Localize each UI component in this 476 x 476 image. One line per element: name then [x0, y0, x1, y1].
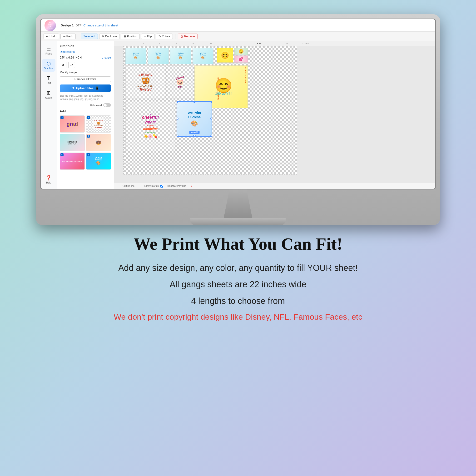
panel-title: Graphics: [60, 44, 111, 48]
duplicate-button[interactable]: ⧉ Duplicate: [99, 34, 119, 39]
canvas-sticker-pig[interactable]: pig pig 🐷 oink: [167, 66, 193, 99]
thumb-badge-5: 5: [60, 153, 64, 156]
position-button[interactable]: ⊞ Position: [121, 34, 140, 39]
list-item[interactable]: 5 100 DAYS BE SCHOOL: [60, 153, 85, 170]
icon-row: ↺ ↩: [60, 62, 111, 68]
graphics-icon: ⬡: [47, 61, 51, 67]
bottom-text-section: We Print What You Can Fit! Add any size …: [95, 225, 381, 331]
canvas-sticker[interactable]: We PrintU Press 🎨: [125, 48, 146, 64]
canvas-sticker[interactable]: We PrintU Press 🎨: [148, 48, 169, 64]
monitor-stand: [40, 189, 436, 225]
change-link[interactable]: Change: [102, 56, 111, 59]
sidebar-item-help[interactable]: ❓ Help: [42, 173, 55, 186]
list-item[interactable]: 2 grad: [60, 116, 85, 133]
resize-handle-br[interactable]: [210, 135, 212, 136]
redo-button[interactable]: ↪ Redo: [60, 34, 76, 39]
main-layout: ☰ Filters ⬡ Graphics T Text ⊞: [41, 41, 435, 189]
hide-used-label: Hide used: [90, 104, 102, 107]
thumb-inner-5: 100 DAYS BE SCHOOL: [60, 153, 85, 170]
list-item[interactable]: 1 a lil' salty 🥨 a whole lotta Twisted: [86, 116, 111, 133]
body-line-1: Add any size design, any color, any quan…: [114, 261, 362, 275]
help-footer-icon: ❓: [190, 185, 193, 187]
toolbar-divider-2: [175, 34, 175, 39]
thumb-badge-2: 1: [87, 116, 90, 119]
canvas-sticker[interactable]: We PrintU Press 🎨: [192, 48, 214, 64]
copyright-notice: We don't print copyright designs like Di…: [114, 310, 362, 324]
autofill-button[interactable]: Autofill: [189, 131, 200, 134]
thumb-inner-4: 🍩: [86, 134, 111, 151]
position-icon: ⊞: [123, 35, 126, 38]
thumbnail-grid: 2 grad 1 a lil' salty 🥨: [60, 116, 111, 170]
duplicate-icon: ⧉: [102, 35, 104, 38]
design-sheet[interactable]: We PrintU Press 🎨 We PrintU Press 🎨: [123, 46, 297, 174]
thumb-inner-2: a lil' salty 🥨 a whole lotta Twisted: [86, 116, 111, 132]
icon-sidebar: ☰ Filters ⬡ Graphics T Text ⊞: [41, 41, 57, 189]
sidebar-item-graphics[interactable]: ⬡ Graphics: [42, 59, 55, 72]
sidebar-item-autofill[interactable]: ⊞ Autofill: [42, 88, 55, 101]
sidebar-item-text[interactable]: T Text: [42, 73, 55, 86]
resize-handle-tr[interactable]: [210, 101, 212, 103]
monitor-screen: WePrintUPress Design 1 DTF Change size o…: [40, 18, 436, 189]
safety-margin-icon: [138, 186, 143, 187]
thumb-inner-6: We PrintU Press 🎨: [86, 153, 111, 170]
file-limits: Size file limit: 100MB Files: 50 Support…: [60, 94, 111, 101]
canvas-sticker[interactable]: 😊: [235, 48, 248, 55]
help-icon: ❓: [46, 175, 52, 181]
remove-white-button[interactable]: Remove all white: [60, 76, 111, 82]
remove-button[interactable]: 🗑 Remove: [178, 34, 198, 39]
canvas-sticker-salty[interactable]: a lil' salty 🥨 a whole lotta Twisted: [125, 66, 165, 99]
thumb-badge-4: 0: [87, 135, 90, 137]
change-size-link[interactable]: Change size of this sheet: [83, 24, 118, 27]
design-type: DTF: [75, 24, 81, 27]
canvas-area[interactable]: 0 2 4 6 8 10 6.54 20 22 inch: [114, 41, 435, 189]
thumb-inner-1: grad: [60, 116, 85, 132]
resize-handle-bl[interactable]: [177, 135, 178, 136]
canvas-sticker[interactable]: 😊: [217, 48, 233, 63]
reset-icon-btn[interactable]: ↺: [60, 62, 67, 68]
cutting-line-legend: Cutting line: [117, 185, 135, 187]
list-item[interactable]: sprinkled WITH FUN: [60, 134, 85, 151]
panel: Graphics Dimensions 6.54 x 6.24 INCH Cha…: [57, 41, 114, 189]
panel-dimensions-label: Dimensions: [60, 50, 111, 53]
flip-button[interactable]: ⇔ Flip: [141, 34, 154, 39]
upload-button[interactable]: ⬆ Upload files 📱: [60, 85, 111, 92]
monitor-outer: WePrintUPress Design 1 DTF Change size o…: [36, 14, 440, 225]
cutting-line-icon: [117, 186, 122, 187]
toolbar-divider-1: [78, 34, 78, 39]
dimensions-value: 6.54 x 6.24 INCH: [60, 56, 82, 59]
canvas-sticker[interactable]: 💕: [235, 55, 248, 63]
undo-icon-btn[interactable]: ↩: [68, 62, 75, 68]
undo-icon: ↩: [46, 35, 49, 38]
canvas-sticker-weprint-selected[interactable]: We PrintU Press 🎨: [177, 101, 212, 136]
safety-margin-legend: Safety margin: [138, 185, 163, 187]
add-label: Add: [60, 109, 111, 113]
body-line-3: 4 lengths to choose from: [114, 294, 362, 308]
selected-button[interactable]: Selected:: [81, 34, 98, 39]
resize-handle-mb[interactable]: [193, 135, 196, 136]
autofill-icon: ⊞: [47, 90, 51, 96]
design-info: Design 1 DTF Change size of this sheet: [61, 24, 118, 27]
app-logo: WePrintUPress: [45, 20, 56, 31]
modify-label: Modify image: [60, 71, 111, 74]
dimensions-row: 6.54 x 6.24 INCH Change: [60, 56, 111, 59]
mobile-upload-icon: 📱: [95, 86, 99, 90]
resize-handle-mr[interactable]: [210, 118, 212, 120]
safety-margin-checkbox[interactable]: [160, 185, 163, 187]
stand-base: [190, 218, 286, 225]
hide-used-toggle[interactable]: [103, 103, 111, 107]
rotate-icon: ↻: [158, 35, 161, 38]
text-icon: T: [47, 75, 50, 81]
canvas-sticker-cheerful[interactable]: a cheerfulheart is good medicine choose …: [125, 101, 175, 151]
canvas-footer: Cutting line Safety margin Transparenc: [114, 183, 435, 189]
rotate-button[interactable]: ↻ Rotate: [156, 34, 173, 39]
sidebar-item-filters[interactable]: ☰ Filters: [42, 44, 55, 57]
stand-neck: [224, 189, 252, 218]
filters-icon: ☰: [47, 46, 51, 52]
list-item[interactable]: 5 We PrintU Press 🎨: [86, 153, 111, 170]
canvas-sticker[interactable]: We PrintU Press 🎨: [170, 48, 191, 64]
ruler-top: 0 2 4 6 8 10 6.54 20 22 inch: [114, 41, 435, 46]
app-header: WePrintUPress Design 1 DTF Change size o…: [41, 19, 435, 32]
transparency-legend: Transparency grid: [167, 185, 186, 187]
undo-button[interactable]: ↩ Undo: [44, 34, 59, 39]
list-item[interactable]: 0 🍩: [86, 134, 111, 151]
